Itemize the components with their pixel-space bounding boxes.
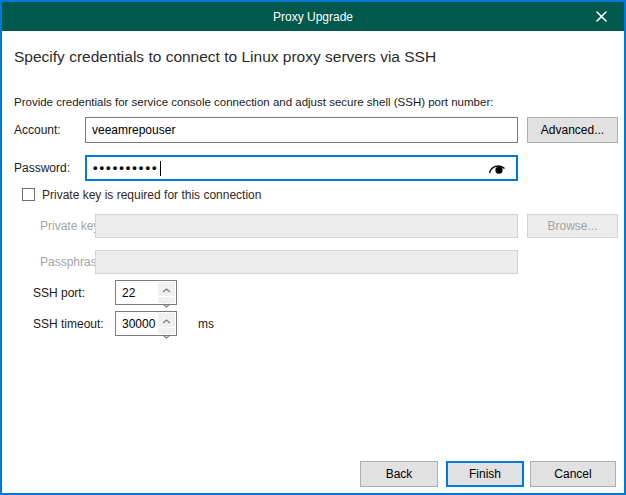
reveal-password-icon[interactable] bbox=[486, 160, 508, 176]
ssh-timeout-spinner[interactable]: 30000 bbox=[115, 311, 177, 336]
password-masked-value: •••••••••• bbox=[93, 155, 159, 181]
finish-button[interactable]: Finish bbox=[446, 461, 524, 487]
password-input[interactable]: •••••••••• bbox=[85, 155, 518, 181]
account-input[interactable] bbox=[85, 117, 518, 143]
page-title: Specify credentials to connect to Linux … bbox=[14, 48, 436, 66]
chevron-down-icon bbox=[162, 297, 171, 311]
close-button[interactable] bbox=[579, 2, 624, 31]
chevron-down-icon bbox=[162, 328, 171, 342]
ssh-port-down-button[interactable] bbox=[158, 297, 175, 311]
private-key-label: Private key: bbox=[40, 219, 103, 233]
private-key-input bbox=[95, 214, 518, 238]
text-caret bbox=[160, 161, 161, 176]
titlebar: Proxy Upgrade bbox=[2, 2, 624, 31]
passphrase-input bbox=[95, 250, 518, 274]
advanced-button[interactable]: Advanced... bbox=[527, 117, 618, 143]
chevron-up-icon bbox=[162, 282, 171, 296]
close-icon bbox=[596, 8, 607, 26]
browse-button: Browse... bbox=[527, 214, 618, 238]
cancel-button[interactable]: Cancel bbox=[530, 461, 616, 487]
chevron-up-icon bbox=[162, 313, 171, 327]
window-title: Proxy Upgrade bbox=[273, 10, 353, 24]
ssh-timeout-label: SSH timeout: bbox=[33, 317, 104, 331]
ssh-timeout-up-button[interactable] bbox=[158, 313, 175, 328]
private-key-checkbox-label: Private key is required for this connect… bbox=[42, 188, 261, 202]
ssh-timeout-unit-label: ms bbox=[198, 317, 214, 331]
ssh-timeout-down-button[interactable] bbox=[158, 328, 175, 342]
proxy-upgrade-dialog: Proxy Upgrade Specify credentials to con… bbox=[0, 0, 626, 495]
account-label: Account: bbox=[14, 123, 61, 137]
private-key-checkbox[interactable] bbox=[22, 188, 35, 201]
ssh-port-up-button[interactable] bbox=[158, 282, 175, 297]
ssh-port-value: 22 bbox=[122, 286, 135, 300]
ssh-port-spinner[interactable]: 22 bbox=[115, 280, 177, 305]
back-button[interactable]: Back bbox=[360, 461, 438, 487]
instruction-text: Provide credentials for service console … bbox=[14, 96, 493, 108]
ssh-port-label: SSH port: bbox=[33, 286, 85, 300]
password-label: Password: bbox=[14, 161, 70, 175]
ssh-timeout-value: 30000 bbox=[122, 317, 155, 331]
